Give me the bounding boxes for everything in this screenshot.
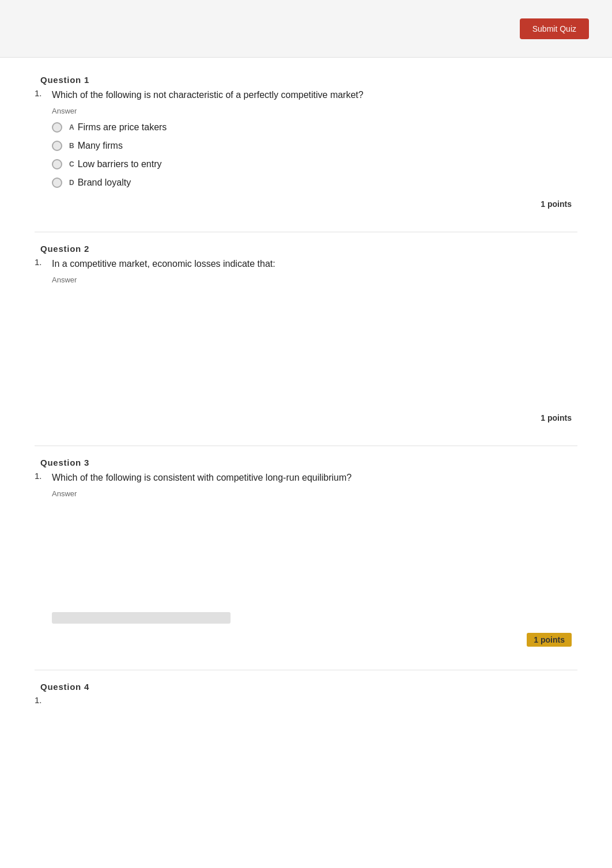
question-block-2: Question 2 1. In a competitive market, e…	[35, 244, 577, 422]
question-3-number: 1.	[35, 471, 46, 481]
question-3-row: 1. Which of the following is consistent …	[35, 471, 577, 485]
question-1-row: 1. Which of the following is not charact…	[35, 88, 577, 102]
answer-2-empty-area	[35, 289, 577, 404]
divider-1	[35, 232, 577, 232]
question-block-3: Question 3 1. Which of the following is …	[35, 458, 577, 647]
answer-1-label: Answer	[52, 107, 577, 115]
answer-3-label: Answer	[52, 489, 577, 498]
option-letter-1-d: D	[69, 179, 74, 187]
question-block-4: Question 4 1.	[35, 682, 577, 705]
option-letter-1-a: A	[69, 123, 74, 131]
top-bar: Submit Quiz	[0, 0, 612, 58]
option-letter-1-c: C	[69, 160, 74, 168]
answer-3-empty-area	[35, 503, 577, 606]
question-4-row: 1.	[35, 695, 577, 705]
question-4-number: 1.	[35, 695, 46, 705]
radio-1-d[interactable]	[52, 178, 62, 188]
question-2-text: In a competitive market, economic losses…	[52, 257, 275, 271]
question-block-1: Question 1 1. Which of the following is …	[35, 75, 577, 209]
option-text-1-a: Firms are price takers	[78, 122, 167, 133]
divider-3	[35, 670, 577, 670]
radio-1-b[interactable]	[52, 141, 62, 151]
option-1-d[interactable]: D Brand loyalty	[52, 175, 577, 190]
options-list-1: A Firms are price takers B Many firms C …	[52, 120, 577, 190]
option-text-1-b: Many firms	[78, 141, 123, 151]
divider-2	[35, 446, 577, 446]
radio-1-c[interactable]	[52, 159, 62, 169]
option-1-c[interactable]: C Low barriers to entry	[52, 157, 577, 172]
points-3: 1 points	[527, 633, 572, 647]
loading-bar-3	[52, 612, 231, 624]
answer-2-label: Answer	[52, 276, 577, 284]
points-row-3: 1 points	[35, 633, 577, 647]
option-letter-1-b: B	[69, 142, 74, 150]
question-3-text: Which of the following is consistent wit…	[52, 471, 352, 485]
question-4-label: Question 4	[35, 682, 577, 692]
points-row-2: 1 points	[35, 413, 577, 422]
option-text-1-c: Low barriers to entry	[78, 159, 162, 169]
submit-quiz-button[interactable]: Submit Quiz	[520, 18, 589, 39]
radio-1-a[interactable]	[52, 122, 62, 133]
question-1-label: Question 1	[35, 75, 577, 85]
question-2-row: 1. In a competitive market, economic los…	[35, 257, 577, 271]
points-2: 1 points	[541, 413, 572, 422]
points-1: 1 points	[541, 199, 572, 209]
content-area: Question 1 1. Which of the following is …	[0, 58, 612, 763]
question-2-number: 1.	[35, 257, 46, 267]
question-1-number: 1.	[35, 88, 46, 98]
option-1-a[interactable]: A Firms are price takers	[52, 120, 577, 135]
points-row-1: 1 points	[35, 199, 577, 209]
option-1-b[interactable]: B Many firms	[52, 138, 577, 153]
question-3-label: Question 3	[35, 458, 577, 467]
page-container: Submit Quiz Question 1 1. Which of the f…	[0, 0, 612, 868]
question-1-text: Which of the following is not characteri…	[52, 88, 364, 102]
question-2-label: Question 2	[35, 244, 577, 254]
option-text-1-d: Brand loyalty	[78, 178, 131, 188]
